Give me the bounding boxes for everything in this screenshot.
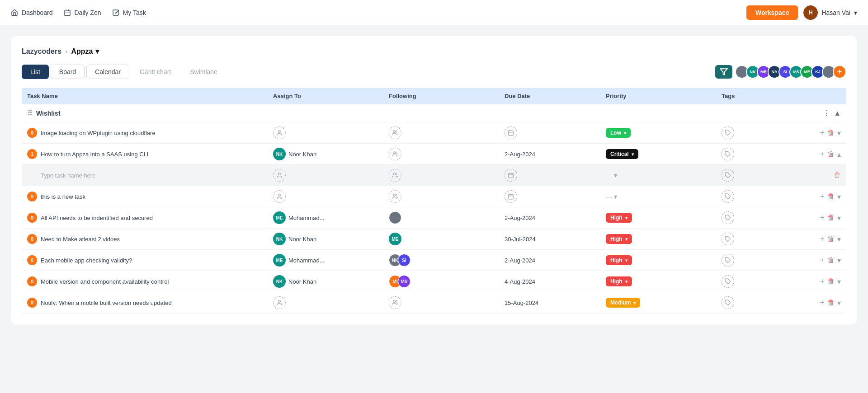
assign-empty[interactable] <box>273 190 286 203</box>
task-name-text[interactable]: Each mobile app checking validity? <box>41 257 132 264</box>
assign-name: Mohammad... <box>288 257 324 264</box>
tag-empty[interactable] <box>722 275 734 288</box>
workspace-button[interactable]: Workspace <box>746 5 798 20</box>
priority-empty[interactable]: — ▾ <box>606 172 711 179</box>
nav-right: Workspace H Hasan Vai ▾ <box>746 5 857 20</box>
tag-icon-empty[interactable] <box>722 148 734 160</box>
table-row: 0Notify: When a mobile built version nee… <box>22 292 846 313</box>
priority-cell: Critical ▾ <box>600 144 716 165</box>
add-button[interactable]: + <box>820 192 825 201</box>
tag-empty[interactable] <box>722 233 734 245</box>
add-button[interactable]: + <box>820 256 825 265</box>
new-following-icon[interactable] <box>389 169 401 182</box>
assign-name: Noor Khan <box>288 278 316 285</box>
priority-badge-high[interactable]: High ▾ <box>606 276 632 286</box>
nav-daily-zen[interactable]: Daily Zen <box>64 9 101 16</box>
tab-gantt[interactable]: Gantt chart <box>131 65 179 79</box>
user-menu[interactable]: H Hasan Vai ▾ <box>803 5 857 20</box>
tab-board[interactable]: Board <box>51 65 85 79</box>
svg-point-6 <box>278 131 281 133</box>
priority-badge-high[interactable]: High ▾ <box>606 213 632 223</box>
add-subtask-button[interactable]: + <box>820 128 825 138</box>
breadcrumb: Lazycoders › Appza ▾ <box>22 47 846 56</box>
table-body: ⠿ Wishlist ⋮ ▲ 0 Ima <box>22 104 846 313</box>
following-empty[interactable] <box>389 296 401 309</box>
col-header-priority: Priority <box>600 88 716 104</box>
drag-handle-icon[interactable]: ⠿ <box>27 109 33 117</box>
new-priority-cell: — ▾ <box>600 165 716 186</box>
new-due-icon[interactable] <box>505 169 517 182</box>
priority-badge-low[interactable]: Low ▾ <box>606 128 631 138</box>
delete-task-button[interactable]: 🗑 <box>827 150 835 158</box>
expand-button[interactable]: ▾ <box>837 256 841 265</box>
add-button[interactable]: + <box>820 213 825 223</box>
tag-icon-empty[interactable] <box>722 126 734 139</box>
priority-badge-medium[interactable]: Medium ▾ <box>606 298 640 308</box>
due-date-text: 2-Aug-2024 <box>505 151 535 158</box>
task-name-text[interactable]: Mobile version and component availabilit… <box>41 278 169 285</box>
delete-button[interactable]: 🗑 <box>827 214 835 222</box>
expand-button[interactable]: ▾ <box>837 214 841 222</box>
add-subtask-button[interactable]: + <box>820 150 825 159</box>
priority-badge-high[interactable]: High ▾ <box>606 234 632 244</box>
breadcrumb-parent[interactable]: Lazycoders <box>22 47 61 56</box>
following-empty[interactable] <box>389 190 401 203</box>
delete-button[interactable]: 🗑 <box>827 256 835 264</box>
delete-button[interactable]: 🗑 <box>827 277 835 285</box>
expand-button[interactable]: ▾ <box>837 299 841 307</box>
add-button[interactable]: + <box>820 234 825 244</box>
task-name-text[interactable]: this is a new task <box>41 193 85 200</box>
delete-task-button[interactable]: 🗑 <box>827 129 835 137</box>
section-collapse-button[interactable]: ▲ <box>834 109 841 117</box>
tab-list[interactable]: List <box>22 65 49 79</box>
nav-dashboard[interactable]: Dashboard <box>11 9 53 16</box>
expand-button[interactable]: ▾ <box>837 235 841 243</box>
add-button[interactable]: + <box>820 277 825 286</box>
delete-button[interactable]: 🗑 <box>827 299 835 307</box>
tag-empty[interactable] <box>722 296 734 309</box>
assign-empty[interactable] <box>273 296 286 309</box>
delete-button[interactable]: 🗑 <box>827 192 835 201</box>
add-member-button[interactable]: + <box>833 65 846 79</box>
priority-badge-high[interactable]: High ▾ <box>606 255 632 265</box>
task-name-text[interactable]: Notify: When a mobile built version need… <box>41 299 172 306</box>
tag-icon <box>725 172 731 178</box>
tag-empty[interactable] <box>722 190 734 203</box>
delete-button[interactable]: 🗑 <box>827 235 835 243</box>
row-actions-cell: + 🗑 ▾ <box>788 122 846 144</box>
delete-new-task-button[interactable]: 🗑 <box>834 171 841 179</box>
expand-task-button[interactable]: ▴ <box>837 150 841 159</box>
tag-empty[interactable] <box>722 211 734 224</box>
tab-calendar[interactable]: Calendar <box>86 65 129 79</box>
col-header-actions <box>788 88 846 104</box>
new-assign-icon[interactable] <box>273 169 286 182</box>
add-button[interactable]: + <box>820 298 825 308</box>
nav-my-task[interactable]: My Task <box>112 9 146 16</box>
expand-button[interactable]: ▾ <box>837 277 841 286</box>
task-name-text[interactable]: All API needs to be indentified and secu… <box>41 215 153 221</box>
assign-avatar-empty[interactable] <box>273 126 286 139</box>
task-num-badge: 1 <box>27 149 37 159</box>
due-date-icon[interactable] <box>505 126 517 139</box>
expand-button[interactable]: ▾ <box>837 192 841 201</box>
task-name-text[interactable]: Need to Make atleast 2 vidoes <box>41 236 120 243</box>
section-more-button[interactable]: ⋮ <box>823 109 830 117</box>
breadcrumb-separator: › <box>65 47 67 56</box>
task-name-text[interactable]: Image loading on WPplugin using cloudfla… <box>41 130 156 136</box>
tab-swimlane[interactable]: Swimlane <box>181 65 226 79</box>
new-tag-icon[interactable] <box>722 169 734 182</box>
user-avatar: H <box>803 5 818 20</box>
expand-task-button[interactable]: ▾ <box>837 129 841 137</box>
task-placeholder-text[interactable]: Type task name here <box>41 172 95 179</box>
task-name-text[interactable]: How to turn Appza into a SAAS using CLI <box>41 151 148 158</box>
following-avatar-empty[interactable] <box>389 126 401 139</box>
tag-icon <box>725 130 731 136</box>
priority-badge-critical[interactable]: Critical ▾ <box>606 149 638 159</box>
breadcrumb-current[interactable]: Appza ▾ <box>71 47 99 56</box>
following-avatar-empty[interactable] <box>389 148 401 160</box>
tag-empty[interactable] <box>722 254 734 267</box>
due-empty[interactable] <box>505 190 517 203</box>
filter-button[interactable] <box>715 65 732 79</box>
priority-empty[interactable]: — ▾ <box>606 193 711 200</box>
section-wishlist: ⠿ Wishlist ⋮ ▲ <box>22 104 846 122</box>
